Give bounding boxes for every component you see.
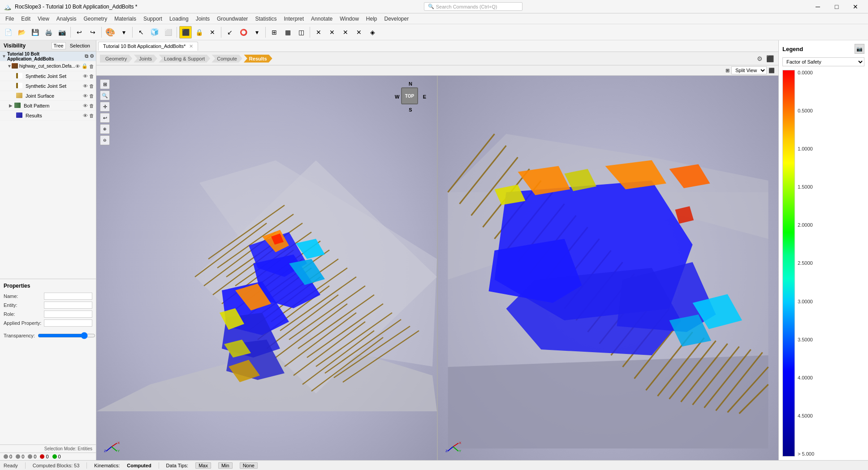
open-button[interactable]: 📂 — [15, 26, 28, 39]
expand-terrain[interactable]: ▼ — [7, 64, 12, 69]
search-bar[interactable]: 🔍 Search Commands (Ctrl+Q) — [424, 2, 523, 11]
zoom-extents-btn[interactable]: ⊞ — [100, 79, 110, 89]
screenshot-button[interactable]: 📷 — [56, 26, 68, 39]
save-button[interactable]: 💾 — [29, 26, 41, 39]
vis-eye-icon[interactable]: 👁 — [83, 73, 88, 79]
maximize-button[interactable]: □ — [828, 0, 846, 13]
undo-view-btn[interactable]: ↩ — [100, 113, 110, 123]
menu-file[interactable]: File — [2, 15, 17, 23]
vis-eye-icon[interactable]: 👁 — [83, 93, 88, 99]
cube-button[interactable]: 🧊 — [148, 26, 161, 39]
x-button[interactable]: ✕ — [206, 26, 219, 39]
min-button[interactable]: Min — [218, 462, 233, 469]
step-joints[interactable]: Joints — [134, 55, 157, 63]
filter-button[interactable]: ▾ — [250, 26, 263, 39]
vis-eye-icon[interactable]: 👁 — [83, 113, 88, 118]
menu-developer[interactable]: Developer — [381, 15, 413, 23]
delete4-button[interactable]: ✕ — [353, 26, 365, 39]
zoom-in-btn[interactable]: ⊕ — [100, 124, 110, 134]
zoom-btn[interactable]: 🔍 — [100, 91, 110, 100]
step-compute[interactable]: Compute — [212, 55, 242, 63]
close-button[interactable]: ✕ — [846, 0, 864, 13]
tab-selection[interactable]: Selection — [68, 42, 92, 49]
step-loading[interactable]: Loading & Support — [159, 55, 210, 63]
split-view-expand-icon[interactable]: ⬛ — [769, 68, 775, 73]
prop-role-value[interactable] — [44, 310, 92, 318]
delete-icon[interactable]: 🗑 — [89, 83, 94, 89]
max-button[interactable]: Max — [195, 462, 211, 469]
delete1-button[interactable]: ✕ — [312, 26, 325, 39]
redo-button[interactable]: ↪ — [86, 26, 99, 39]
delete-terrain-icon[interactable]: 🗑 — [89, 64, 94, 69]
tree-item-synth-joint2[interactable]: Synthetic Joint Set 👁 🗑 — [0, 81, 96, 91]
viewport-right[interactable]: X Y Z — [438, 76, 778, 460]
delete2-button[interactable]: ✕ — [326, 26, 338, 39]
select-button[interactable]: ↖ — [135, 26, 147, 39]
undo-button[interactable]: ↩ — [73, 26, 86, 39]
tab-tree[interactable]: Tree — [52, 42, 66, 49]
cursor-button[interactable]: ↙ — [224, 26, 236, 39]
vis-eye-icon[interactable]: 👁 — [75, 64, 80, 69]
copy-icon[interactable]: ⧉ — [85, 53, 88, 59]
tree-item-terrain[interactable]: ▼ highway_cut_section.Defa... 👁 🔒 🗑 — [0, 61, 96, 71]
prop-name-value[interactable] — [44, 293, 92, 300]
document-tab[interactable]: Tutorial 10 Bolt Application_AddBolts* ✕ — [98, 42, 198, 51]
special-button[interactable]: ◈ — [366, 26, 379, 39]
tree-item-bolt-pattern[interactable]: ▶ Bolt Pattern 👁 🗑 — [0, 101, 96, 111]
lock-terrain-icon[interactable]: 🔒 — [82, 63, 88, 69]
print-button[interactable]: 🖨️ — [42, 26, 55, 39]
menu-geometry[interactable]: Geometry — [80, 15, 111, 23]
menu-joints[interactable]: Joints — [192, 15, 213, 23]
zoom-out-btn[interactable]: ⊖ — [100, 135, 110, 145]
new-button[interactable]: 📄 — [2, 26, 14, 39]
legend-dropdown[interactable]: Factor of Safety — [782, 57, 864, 66]
tree-root[interactable]: ▼ Tutorial 10 Bolt Application_AddBolts … — [0, 52, 96, 61]
prop-entity-value[interactable] — [44, 302, 92, 309]
split-view-select[interactable]: Split View — [731, 66, 767, 74]
tree-item-synth-joint1[interactable]: Synthetic Joint Set 👁 🗑 — [0, 71, 96, 81]
tab-close-button[interactable]: ✕ — [189, 43, 193, 49]
tree-item-results[interactable]: Results 👁 🗑 — [0, 111, 96, 121]
legend-export-button[interactable]: 📷 — [855, 44, 864, 54]
grid-button[interactable]: ⊞ — [268, 26, 281, 39]
scene-left[interactable]: ⊞ 🔍 ✛ ↩ ⊕ ⊖ N S E W TOP — [96, 76, 437, 460]
view-mode-button[interactable]: ▾ — [117, 26, 130, 39]
step-results[interactable]: Results — [244, 55, 272, 63]
delete3-button[interactable]: ✕ — [339, 26, 352, 39]
color-button[interactable]: 🎨 — [104, 26, 117, 39]
box-button[interactable]: ⬜ — [162, 26, 174, 39]
chart-button[interactable]: ◫ — [295, 26, 307, 39]
step-geometry[interactable]: Geometry — [100, 55, 132, 63]
transparency-slider[interactable] — [38, 332, 95, 339]
workflow-expand-icon[interactable]: ⬛ — [765, 54, 775, 63]
menu-help[interactable]: Help — [363, 15, 381, 23]
vis-eye-icon[interactable]: 👁 — [83, 83, 88, 89]
delete-icon[interactable]: 🗑 — [89, 93, 94, 99]
prop-applied-value[interactable] — [44, 319, 92, 327]
delete-icon[interactable]: 🗑 — [89, 103, 94, 108]
menu-groundwater[interactable]: Groundwater — [213, 15, 251, 23]
menu-support[interactable]: Support — [140, 15, 166, 23]
pan-btn[interactable]: ✛ — [100, 102, 110, 112]
menu-statistics[interactable]: Statistics — [251, 15, 280, 23]
viewport-left[interactable]: ⊞ 🔍 ✛ ↩ ⊕ ⊖ N S E W TOP — [96, 76, 438, 460]
delete-icon[interactable]: 🗑 — [89, 113, 94, 118]
tree-item-joint-surface[interactable]: Joint Surface 👁 🗑 — [0, 91, 96, 101]
menu-window[interactable]: Window — [336, 15, 363, 23]
sphere-button[interactable]: ⭕ — [237, 26, 250, 39]
menu-materials[interactable]: Materials — [111, 15, 140, 23]
expand-bolt[interactable]: ▶ — [9, 103, 14, 108]
minimize-button[interactable]: ─ — [809, 0, 827, 13]
workflow-settings-icon[interactable]: ⚙ — [756, 54, 764, 63]
none-button[interactable]: None — [240, 462, 258, 469]
lock-button[interactable]: 🔒 — [193, 26, 205, 39]
table-button[interactable]: ▦ — [281, 26, 294, 39]
menu-edit[interactable]: Edit — [17, 15, 34, 23]
menu-analysis[interactable]: Analysis — [53, 15, 80, 23]
menu-annotate[interactable]: Annotate — [307, 15, 336, 23]
active-tool-button[interactable]: ⬛ — [179, 26, 192, 39]
scene-right[interactable]: X Y Z — [438, 76, 778, 460]
menu-loading[interactable]: Loading — [166, 15, 192, 23]
menu-view[interactable]: View — [34, 15, 53, 23]
delete-icon[interactable]: 🗑 — [89, 73, 94, 79]
